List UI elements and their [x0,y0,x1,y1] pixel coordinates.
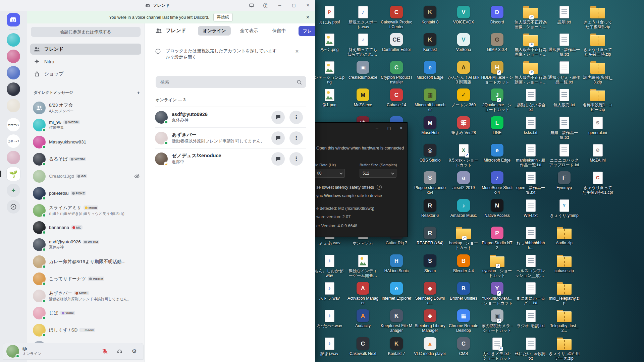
desktop-icon[interactable]: 通知うぜえ - 親作品一覧.txt [547,61,581,84]
settings-button[interactable]: ⚙ [128,346,140,356]
desktop-icon[interactable]: cubase.zip [547,254,581,273]
explore-servers-button[interactable] [7,200,20,214]
server-icon-6[interactable]: カサーバ [7,118,20,131]
dm-list-item[interactable]: banananaMC [30,219,143,236]
desktop-icon[interactable]: aairset2-2019 [447,171,480,190]
dm-list-item[interactable]: mi_96WEBM作業中毒 [30,116,143,133]
desktop-icon[interactable]: ↗無人販売不正行為画像 - ショートカッ... [514,5,547,29]
server-icon-2[interactable] [7,50,20,63]
minimize-button[interactable]: ─ [273,0,287,11]
server-icon-9[interactable]: 🌱 [7,167,20,181]
desktop-icon[interactable]: midi_Telepathy.zip [547,282,581,305]
desktop-icon[interactable]: eMicrosoft Edge [413,61,447,80]
desktop-icon[interactable]: Cきょうり食ってた午後3時-01.cpr [581,171,614,195]
home-button[interactable] [7,13,20,26]
desktop-icon[interactable]: WIFI.txt [514,199,547,218]
server-icon-1[interactable] [7,33,20,47]
desktop-icon[interactable]: きょうり食ってた午後三時.zip [581,33,614,57]
message-button[interactable] [271,131,285,145]
banner-close-icon[interactable]: ✕ [306,11,310,23]
dialog-maximize-button[interactable]: ▢ [383,123,395,133]
desktop-icon[interactable]: ◆Steinberg Downlo... [413,282,447,305]
desktop-icon[interactable]: HHALion Sonic [380,254,413,273]
maximize-button[interactable]: ▢ [287,0,301,11]
lowest-latency-option[interactable]: se lowest latency safety offsets i [316,185,382,190]
desktop-icon[interactable]: 調声練習(失敗)_3.zip [581,61,614,84]
desktop-icon[interactable]: 孤独なインディーゲーム開発者の一生... [346,254,380,278]
desktop-icon[interactable]: ろ~く.png [313,33,346,52]
create-dm-icon[interactable]: + [137,90,140,96]
desktop-icon[interactable]: manisekarin - 親作品一覧.txt [514,143,547,167]
desktop-icon[interactable]: RReaktor 6 [413,199,447,218]
desktop-icon[interactable]: ⚙general.ini [581,116,614,135]
desktop-icon[interactable]: ♪ストラ.wav [313,282,346,301]
desktop-icon[interactable]: ↗無人販売不正行為画像 - ショートカット [514,33,547,57]
close-button[interactable]: ✕ [301,0,315,11]
desktop-icon[interactable]: ✓ノートン 360 [447,88,480,107]
desktop-icon[interactable]: KKontakt 8 [413,5,447,24]
desktop-icon[interactable]: ksks.txt [514,116,547,135]
desktop-icon[interactable]: 死にたい_ゅ歌詞.txt [514,337,547,361]
desktop-icon[interactable]: ラジオ_歌詞.txt [514,309,547,328]
help-button[interactable]: ? [259,0,273,11]
desktop-icon[interactable]: 像1.png [313,88,346,107]
mic-mute-button[interactable] [99,346,110,356]
desktop-icon[interactable]: FFymmyp [547,171,581,190]
desktop-icon[interactable]: BBlender 4.4 [447,254,480,273]
server-icon-8[interactable] [7,151,20,164]
message-button[interactable] [271,152,285,166]
server-icon-3[interactable] [7,66,20,79]
desktop-icon[interactable]: ♪ろ~たべ~.wav [313,309,346,328]
open-settings-link[interactable]: 設定を開く [174,55,197,60]
sidebar-item-shop[interactable]: ショップ [30,68,141,79]
more-button[interactable]: ⋮ [289,152,303,166]
desktop-icon[interactable]: Aかんたん！AITalk 3 関西版 [447,61,480,84]
dialog-titlebar[interactable]: ─ ▢ ✕ [314,123,407,133]
notice-close-icon[interactable]: ✕ [295,48,299,55]
desktop-icon[interactable]: MMuseHub [413,116,447,135]
desktop-icon[interactable]: ⚙MoZA.ini [581,143,614,163]
desktop-icon[interactable]: CEController Editor [380,33,413,52]
dm-list-item[interactable]: Masayukisnow831 [30,133,143,150]
desktop-icon[interactable]: SPlogue sforzando x64 [413,171,447,195]
open-when-connected-label[interactable]: Open this window when hardware is connec… [316,145,405,151]
desktop-icon[interactable]: J↗JQuake.exe - ショートカット [480,88,514,112]
desktop-icon[interactable]: CCakewalk Next [346,337,380,356]
message-button[interactable] [271,111,285,124]
desktop-icon[interactable]: VVOICEVOX [447,5,480,24]
desktop-icon[interactable]: ▣↗家の防犯カメラ - ショートカット [480,309,514,333]
desktop-icon[interactable]: 選択肢 - 親作品一覧.txt [547,33,581,57]
desktop-icon[interactable]: Yきょうり.ymmp [547,199,581,218]
desktop-icon[interactable]: ◆Steinberg Library Manager [413,309,447,333]
desktop-icon[interactable]: LLINE [480,116,514,135]
desktop-icon[interactable]: KKontakt 7 [380,337,413,356]
add-server-button[interactable]: + [7,184,20,197]
tab-all[interactable]: 全て表示 [235,26,263,36]
desktop-icon[interactable]: DDiscord [480,5,514,24]
sample-rate-select[interactable]: 00 [314,169,345,178]
desktop-icon[interactable]: ▦Chrome Remote Desktop [447,309,480,333]
desktop-icon[interactable]: H↗HDDFMT.exe - ショートカット [480,61,514,84]
desktop-icon[interactable]: ♪答え知ってても知らずわこれ.wav [346,33,380,57]
desktop-icon[interactable]: きょうり食ってた午後3時.zip [581,5,614,29]
desktop-icon[interactable]: Audio.zip [547,226,581,245]
desktop-icon[interactable]: PPiapro Studio NT2 [480,226,514,250]
desktop-icon[interactable]: SSteam [413,254,447,273]
sidebar-item-nitro[interactable]: Nitro [30,56,141,67]
dialog-minimize-button[interactable]: ─ [371,123,383,133]
deafen-button[interactable] [114,346,125,356]
desktop-icon[interactable]: ♪もん。しおかぜ.wav [313,254,346,278]
desktop-icon[interactable]: MMoZA.exe [346,88,380,107]
dm-list-item[interactable]: 8/23 オフ会4人のメンバー [30,99,143,116]
desktop-icon[interactable]: 説明.txt [547,5,581,24]
desktop-icon[interactable]: ◎OBS Studio [413,143,447,163]
dm-list-item[interactable]: Creator13gdGD [30,168,143,185]
desktop-icon[interactable]: 筆筆まめ Ver.28 [447,116,480,135]
dm-list-item[interactable]: あずきバーMORI活動者様以外原則フレンド申請許可してません。 [30,287,143,304]
desktop-icon[interactable]: おっhhhhhhhhhh... [514,226,547,250]
server-icon-4[interactable] [7,82,20,96]
desktop-icon[interactable]: Telepathy_Inst_2... [547,309,581,333]
desktop-icon[interactable]: ▦Minecraft Launcher [413,88,447,112]
discord-titlebar[interactable]: フレンド ? ─ ▢ ✕ [0,0,315,11]
desktop-icon[interactable]: AActivation Manager [346,282,380,305]
